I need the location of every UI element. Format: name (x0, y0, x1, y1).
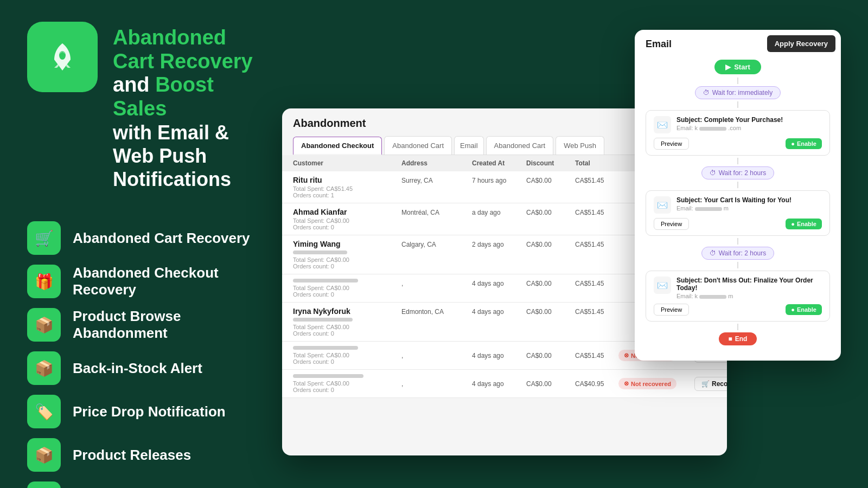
feature-item-product-releases[interactable]: 📦 Product Releases (27, 434, 255, 476)
row-name: Ritu ritu (293, 176, 401, 184)
headline-line1: Abandoned Cart Recovery and Boost Sales (113, 26, 255, 121)
row-discount: CA$0.00 (526, 307, 575, 316)
recover-button-2[interactable]: 🛒 Recover (694, 377, 727, 391)
feature-item-price-drop[interactable]: 🏷️ Price Drop Notification (27, 390, 255, 433)
email-flow-panel: Apply Recovery Email ▶ Start ⏱ Wait for:… (635, 30, 841, 361)
table-row-not-recovered-2: Total Spent: CA$0.00 Orders count: 0 , 4… (282, 370, 727, 398)
row-created: 4 days ago (472, 279, 526, 287)
play-icon: ▶ (725, 63, 731, 71)
row-created: 4 days ago (472, 380, 526, 388)
tab-abandoned-cart-email[interactable]: Abandoned Cart (384, 136, 452, 155)
feature-label-abandoned-cart: Abandoned Cart Recovery (73, 230, 250, 247)
email-3-from: Email: k m (676, 293, 822, 299)
row-blur-name (293, 279, 358, 282)
col-total: Total (575, 159, 618, 167)
row-created: 7 hours ago (472, 176, 526, 184)
alert-icon: ⊗ (624, 352, 629, 359)
row-discount: CA$0.00 (526, 208, 575, 216)
flow-wait-1: ⏱ Wait for: immediately (695, 86, 781, 99)
row-address: , (401, 380, 472, 388)
row-spent: Total Spent: CA$51.45 (293, 185, 401, 192)
end-label: End (735, 335, 748, 343)
row-orders: Orders count: 0 (293, 224, 401, 230)
row-orders: Orders count: 0 (293, 263, 401, 269)
row-spent: Total Spent: CA$0.00 (293, 352, 401, 358)
feature-item-shipping[interactable]: 🚚 Shipping Notification (27, 477, 255, 488)
row-spent: Total Spent: CA$0.00 (293, 380, 401, 387)
enable-badge-3: ● Enable (786, 304, 822, 315)
col-discount: Discount (526, 159, 575, 167)
row-total: CA$51.45 (575, 208, 618, 216)
row-address: Edmonton, CA (401, 307, 472, 316)
feature-item-abandoned-checkout[interactable]: 🎁 Abandoned Checkout Recovery (27, 260, 255, 303)
cart-icon: 🛒 (27, 221, 61, 255)
row-address: Montréal, CA (401, 208, 472, 216)
feature-label-product-browse: Product Browse Abandonment (73, 308, 255, 342)
row-spent: Total Spent: CA$0.00 (293, 256, 401, 263)
flow-wait-2: ⏱ Wait for: 2 hours (701, 166, 775, 179)
dot-icon-1: ● (791, 140, 795, 147)
feature-list: 🛒 Abandoned Cart Recovery 🎁 Abandoned Ch… (27, 217, 255, 488)
row-total: CA$51.45 (575, 240, 618, 248)
row-created: 4 days ago (472, 307, 526, 316)
row-discount: CA$0.00 (526, 352, 575, 359)
row-total: CA$51.45 (575, 307, 618, 316)
email-1-subject: Subject: Complete Your Purchase! (676, 116, 783, 124)
col-customer: Customer (293, 159, 401, 167)
row-name: Ahmad Kianfar (293, 208, 401, 216)
email-flow: ▶ Start ⏱ Wait for: immediately ✉️ Subje… (635, 52, 841, 356)
row-total: CA$51.45 (575, 352, 618, 359)
row-blur-name3 (293, 374, 363, 378)
email-icon-2: ✉️ (654, 196, 671, 214)
preview-btn-2[interactable]: Preview (654, 218, 689, 230)
row-name: Yiming Wang (293, 240, 401, 248)
flow-connector-7 (737, 324, 738, 330)
feature-item-back-in-stock[interactable]: 📦 Back-in-Stock Alert (27, 347, 255, 389)
flow-start-button[interactable]: ▶ Start (714, 60, 761, 74)
tab-web-push[interactable]: Web Push (556, 136, 604, 155)
row-orders: Orders count: 0 (293, 330, 401, 337)
row-address: Surrey, CA (401, 176, 472, 184)
tab-abandoned-checkout[interactable]: Abandoned Checkout (293, 137, 382, 155)
feature-item-abandoned-cart[interactable]: 🛒 Abandoned Cart Recovery (27, 217, 255, 259)
tab-email[interactable]: Email (454, 136, 484, 155)
col-address: Address (401, 159, 472, 167)
email-card-2: ✉️ Subject: Your Cart Is Waiting for You… (646, 190, 830, 236)
wait-2-label: Wait for: 2 hours (719, 169, 767, 177)
clock-icon-3: ⏱ (710, 249, 716, 257)
email-2-from: Email: m (676, 205, 792, 211)
preview-btn-1[interactable]: Preview (654, 138, 689, 150)
clock-icon-2: ⏱ (710, 169, 716, 177)
wait-1-label: Wait for: immediately (712, 89, 773, 97)
start-label: Start (734, 63, 750, 71)
enable-badge-2: ● Enable (786, 219, 822, 229)
release-icon: 📦 (27, 438, 61, 472)
logo-box (27, 22, 98, 92)
row-spent: Total Spent: CA$0.00 (293, 324, 401, 330)
email-card-3: ✉️ Subject: Don't Miss Out: Finalize You… (646, 271, 830, 322)
feature-label-product-releases: Product Releases (73, 447, 191, 464)
row-created: 4 days ago (472, 352, 526, 359)
enable-badge-1: ● Enable (786, 138, 822, 149)
row-created: 2 days ago (472, 240, 526, 248)
row-total: CA$51.45 (575, 279, 618, 287)
tab-abandoned-cart-web[interactable]: Abandoned Cart (486, 136, 554, 155)
row-discount: CA$0.00 (526, 279, 575, 287)
col-created: Created At (472, 159, 526, 167)
flow-end-button[interactable]: ■ End (719, 332, 757, 345)
row-orders: Orders count: 0 (293, 291, 401, 298)
preview-btn-3[interactable]: Preview (654, 304, 689, 316)
row-discount: CA$0.00 (526, 380, 575, 388)
box-icon: 📦 (27, 308, 61, 342)
email-1-from: Email: k .com (676, 125, 783, 131)
flow-connector-5 (737, 238, 738, 245)
feature-item-product-browse[interactable]: 📦 Product Browse Abandonment (27, 304, 255, 346)
row-address: , (401, 279, 472, 287)
apply-recovery-button[interactable]: Apply Recovery (767, 35, 835, 52)
dot-icon-2: ● (791, 221, 795, 227)
email-icon-1: ✉️ (654, 116, 671, 133)
row-discount: CA$0.00 (526, 176, 575, 184)
row-orders: Orders count: 0 (293, 387, 401, 393)
headline-and: and (113, 73, 155, 96)
flow-wait-3: ⏱ Wait for: 2 hours (701, 247, 775, 260)
